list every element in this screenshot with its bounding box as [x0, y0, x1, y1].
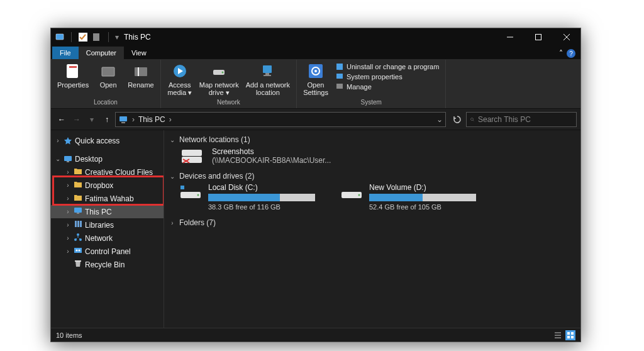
section-devices-drives[interactable]: ⌄ Devices and drives (2) [169, 172, 575, 181]
ribbon-group-location: Properties Open Rename Location [51, 60, 161, 108]
view-details-button[interactable] [553, 330, 563, 340]
sidebar-item-creative-cloud-files[interactable]: ›Creative Cloud Files [51, 165, 164, 179]
map-drive-button[interactable]: Map network drive ▾ [197, 61, 242, 98]
breadcrumb-dropdown-icon[interactable]: ⌄ [436, 115, 443, 124]
close-button[interactable] [552, 28, 580, 46]
svg-rect-33 [75, 221, 77, 227]
svg-point-15 [222, 72, 224, 74]
chevron-right-icon[interactable]: › [65, 195, 71, 202]
properties-label: Properties [57, 81, 89, 89]
chevron-right-icon[interactable]: › [65, 169, 71, 176]
sidebar-item-quick-access[interactable]: › Quick access [51, 134, 164, 147]
help-icon[interactable]: ? [567, 49, 575, 58]
search-input[interactable] [478, 115, 572, 124]
sidebar-item-dropbox[interactable]: ›Dropbox [51, 179, 164, 192]
sidebar-item-network[interactable]: ›Network [51, 231, 164, 245]
section-folders[interactable]: › Folders (7) [169, 218, 575, 227]
svg-rect-3 [93, 33, 99, 41]
system-properties-button[interactable]: System properties [335, 72, 439, 81]
open-button[interactable]: Open [93, 61, 123, 90]
search-icon [470, 116, 474, 123]
add-network-location-button[interactable]: Add a network location [243, 61, 292, 98]
chevron-right-icon[interactable]: › [169, 220, 175, 226]
status-item-count: 10 items [56, 332, 82, 339]
svg-rect-42 [75, 260, 81, 262]
system-props-label: System properties [347, 73, 402, 81]
svg-point-41 [79, 250, 80, 252]
sidebar-item-label: This PC [85, 208, 112, 216]
sidebar-item-recycle-bin[interactable]: ›Recycle Bin [51, 258, 164, 271]
window-controls [496, 28, 580, 46]
svg-point-51 [358, 194, 360, 196]
access-media-button[interactable]: Access media ▾ [165, 61, 195, 98]
svg-rect-31 [74, 208, 82, 213]
qat-properties-icon[interactable] [92, 32, 102, 42]
section-header-label: Folders (7) [179, 218, 216, 227]
chevron-down-icon[interactable]: ⌄ [169, 173, 175, 180]
svg-rect-32 [77, 213, 79, 214]
svg-rect-23 [336, 74, 343, 79]
breadcrumb[interactable]: › This PC › ⌄ [115, 112, 446, 127]
drive-free-text: 52.4 GB free of 105 GB [369, 203, 476, 211]
tab-computer[interactable]: Computer [79, 47, 124, 59]
chevron-right-icon[interactable]: › [65, 248, 71, 255]
chevron-right-icon[interactable]: › [65, 235, 71, 242]
chevron-right-icon[interactable]: › [65, 208, 71, 215]
svg-line-28 [473, 120, 474, 121]
refresh-button[interactable] [450, 112, 465, 127]
sidebar-item-desktop[interactable]: ⌄ Desktop [51, 152, 164, 165]
chevron-down-icon[interactable]: ⌄ [169, 136, 175, 143]
chevron-right-icon[interactable]: › [65, 221, 71, 228]
svg-rect-9 [102, 67, 114, 76]
view-tiles-button[interactable] [565, 330, 575, 340]
map-drive-label: Map network drive ▾ [199, 81, 239, 96]
uninstall-program-button[interactable]: Uninstall or change a program [335, 62, 439, 71]
folder-icon [74, 193, 82, 204]
svg-rect-25 [119, 116, 127, 121]
address-bar: ← → ▾ ↑ › This PC › ⌄ [51, 109, 580, 130]
minimize-button[interactable] [496, 28, 524, 46]
svg-rect-16 [263, 65, 272, 73]
section-network-locations[interactable]: ⌄ Network locations (1) [169, 135, 575, 144]
svg-rect-22 [336, 64, 343, 70]
collapse-ribbon-icon[interactable]: ˄ [559, 49, 563, 58]
sidebar-item-fatima-wahab[interactable]: ›Fatima Wahab [51, 192, 164, 205]
tab-file[interactable]: File [52, 47, 79, 59]
nav-back-button[interactable]: ← [55, 113, 69, 126]
sidebar-item-this-pc[interactable]: ›This PC [51, 205, 164, 218]
svg-rect-34 [77, 221, 79, 227]
qat-dropdown-icon[interactable]: ▾ [115, 33, 119, 42]
svg-point-38 [77, 233, 79, 236]
network-location-item[interactable]: Screenshots (\\MACBOOKAIR-5B8A\Mac\User.… [179, 147, 575, 165]
tab-view[interactable]: View [124, 47, 154, 59]
drive-item[interactable]: New Volume (D:)52.4 GB free of 105 GB [340, 183, 476, 211]
quick-access-toolbar: ▾ [51, 32, 119, 42]
nav-forward-button[interactable]: → [70, 113, 84, 126]
titlebar: ▾ This PC [51, 28, 580, 46]
body: › Quick access ⌄ Desktop ›Creative Cloud… [51, 130, 580, 328]
manage-button[interactable]: Manage [335, 82, 439, 91]
svg-rect-55 [567, 332, 570, 335]
properties-button[interactable]: Properties [55, 61, 91, 90]
sidebar-item-control-panel[interactable]: ›Control Panel [51, 245, 164, 258]
svg-rect-57 [567, 336, 570, 338]
drive-item[interactable]: Local Disk (C:)38.3 GB free of 116 GB [179, 183, 315, 211]
sidebar-item-libraries[interactable]: ›Libraries [51, 218, 164, 231]
open-settings-label: Open Settings [303, 81, 328, 96]
rename-button[interactable]: Rename [125, 61, 157, 90]
search-box[interactable] [466, 112, 577, 127]
chevron-right-icon[interactable]: › [65, 182, 71, 189]
maximize-button[interactable] [524, 28, 552, 46]
open-settings-button[interactable]: Open Settings [301, 61, 331, 98]
group-label-location: Location [94, 99, 118, 107]
svg-point-48 [197, 194, 199, 196]
checkbox-icon[interactable] [78, 32, 88, 42]
chevron-right-icon[interactable]: › [55, 137, 61, 144]
nav-up-button[interactable]: ↑ [100, 113, 114, 126]
nav-recent-button[interactable]: ▾ [85, 113, 99, 126]
ribbon: Properties Open Rename Location Access m… [51, 60, 580, 109]
breadcrumb-root[interactable]: This PC [138, 115, 165, 124]
folder-icon [74, 246, 82, 257]
chevron-down-icon[interactable]: ⌄ [55, 155, 61, 162]
svg-rect-5 [535, 35, 541, 40]
